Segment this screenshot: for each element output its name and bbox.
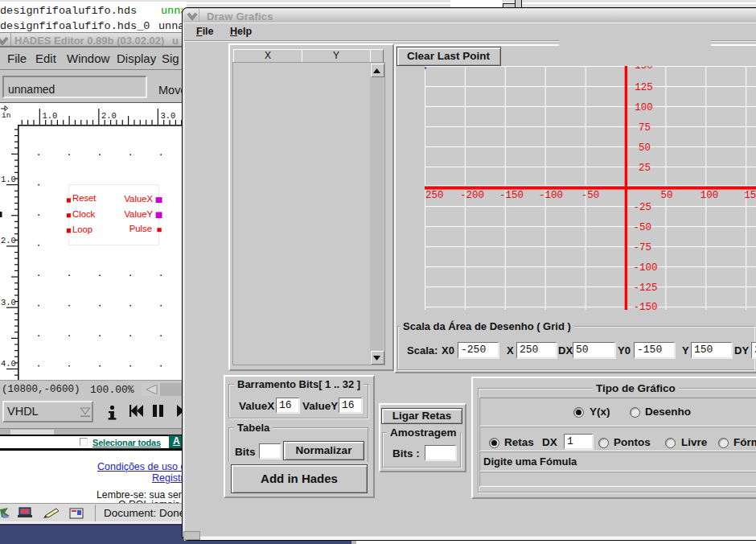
svg-text:-50: -50 [581,190,600,201]
svg-text:-25: -25 [634,202,652,213]
svg-text:25: 25 [639,163,651,174]
svg-text:75: 75 [639,122,651,134]
svg-text:-125: -125 [634,282,658,294]
svg-text:-100: -100 [539,190,563,201]
svg-text:ValueY: ValueY [124,209,153,219]
svg-text:Loop: Loop [72,225,92,234]
svg-text:1.0: 1.0 [1,175,16,184]
svg-text:2.0: 2.0 [101,111,117,121]
svg-text:ValueX: ValueX [124,194,153,204]
svg-text:-150: -150 [634,302,658,310]
svg-text:125: 125 [635,82,653,93]
svg-text:100: 100 [701,190,719,201]
svg-text:50: 50 [639,142,651,154]
svg-text:50: 50 [661,190,673,201]
svg-text:250: 250 [425,190,444,201]
svg-text:2.0: 2.0 [1,236,16,245]
svg-text:150: 150 [635,66,653,72]
svg-text:-50: -50 [634,222,652,233]
svg-text:Pulse: Pulse [129,224,152,233]
svg-text:4.0: 4.0 [1,359,16,369]
svg-text:3.0: 3.0 [161,111,176,121]
svg-text:-150: -150 [499,190,524,201]
svg-text:3.0: 3.0 [1,298,16,307]
svg-text:in: in [2,111,10,120]
svg-text:150: 150 [744,190,756,201]
svg-text:-75: -75 [634,242,652,253]
svg-text:Reset: Reset [72,193,97,203]
svg-text:Clock: Clock [72,209,96,219]
svg-text:100: 100 [635,102,653,113]
svg-text:-200: -200 [460,190,484,201]
svg-text:-100: -100 [634,262,658,274]
svg-text:1.0: 1.0 [43,111,58,121]
